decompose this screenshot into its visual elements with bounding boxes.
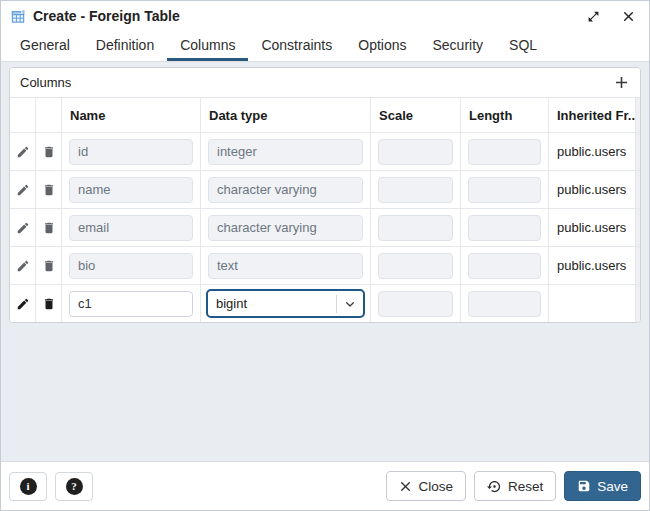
- trash-icon: [42, 221, 56, 235]
- edit-row-button[interactable]: [10, 171, 35, 208]
- expand-icon: [587, 10, 600, 23]
- header-cell-data-type: Data type: [201, 98, 371, 132]
- scrollbar-track: [636, 133, 641, 170]
- inherited-from-value: public.users: [549, 209, 636, 246]
- column-name-input: [69, 215, 193, 241]
- column-scale-input: [378, 253, 453, 279]
- scrollbar-track: [636, 98, 641, 132]
- panel-title: Columns: [20, 75, 71, 90]
- edit-row-button[interactable]: [10, 133, 35, 170]
- header-cell-delete: [36, 98, 62, 132]
- scrollbar-track: [636, 171, 641, 208]
- delete-row-button[interactable]: [36, 209, 61, 246]
- column-type-input: [208, 177, 363, 203]
- column-scale-input: [378, 291, 453, 317]
- save-button[interactable]: Save: [564, 471, 641, 501]
- column-length-input: [468, 139, 541, 165]
- column-type-input: [208, 253, 363, 279]
- column-length-input: [468, 291, 541, 317]
- column-scale-input: [378, 139, 453, 165]
- edit-row-button[interactable]: [10, 247, 35, 284]
- help-icon: ?: [66, 478, 83, 495]
- save-button-label: Save: [597, 479, 628, 494]
- tab-constraints[interactable]: Constraints: [248, 31, 345, 61]
- column-name-input: [69, 177, 193, 203]
- table-row: text public.users: [10, 246, 640, 284]
- column-name-input: [69, 253, 193, 279]
- column-name-input[interactable]: [69, 291, 193, 317]
- tab-sql[interactable]: SQL: [496, 31, 550, 61]
- table-row: character varying public.users: [10, 170, 640, 208]
- inherited-from-value: public.users: [549, 133, 636, 170]
- pencil-icon: [16, 145, 30, 159]
- tab-columns[interactable]: Columns: [167, 31, 248, 61]
- columns-grid-body: integer public.users: [10, 132, 640, 322]
- inherited-from-value: [549, 285, 636, 322]
- column-name-input: [69, 139, 193, 165]
- x-icon: [399, 480, 412, 493]
- column-type-value: bigint: [216, 296, 247, 311]
- reset-button-label: Reset: [508, 479, 543, 494]
- expand-button[interactable]: [584, 7, 602, 25]
- inherited-from-value: public.users: [549, 247, 636, 284]
- help-button[interactable]: ?: [55, 472, 93, 501]
- reset-icon: [487, 479, 502, 494]
- pencil-icon: [16, 297, 30, 311]
- info-icon: i: [20, 478, 37, 495]
- tab-general[interactable]: General: [7, 31, 83, 61]
- tab-content: Columns Name Data type Scale Length Inh: [1, 62, 649, 461]
- close-button-label: Close: [418, 479, 453, 494]
- delete-row-button[interactable]: [36, 171, 61, 208]
- chevron-down-icon: [342, 296, 358, 312]
- column-type-input: [208, 215, 363, 241]
- close-button[interactable]: [619, 7, 637, 25]
- info-button[interactable]: i: [9, 472, 47, 501]
- header-cell-inherited-from: Inherited Fr...: [549, 98, 636, 132]
- tab-definition[interactable]: Definition: [83, 31, 167, 61]
- select-divider: [336, 295, 337, 313]
- table-row: bigint: [10, 284, 640, 322]
- save-icon: [577, 479, 591, 493]
- delete-row-button[interactable]: [36, 247, 61, 284]
- table-row: character varying public.users: [10, 208, 640, 246]
- foreign-table-icon: [11, 9, 26, 24]
- add-column-button[interactable]: [608, 71, 634, 95]
- dialog-title: Create - Foreign Table: [33, 8, 180, 24]
- header-cell-length: Length: [461, 98, 549, 132]
- column-type-select[interactable]: bigint: [206, 289, 365, 318]
- plus-icon: [612, 73, 631, 92]
- pencil-icon: [16, 259, 30, 273]
- close-dialog-button[interactable]: Close: [386, 471, 466, 501]
- column-length-input: [468, 215, 541, 241]
- close-icon: [622, 10, 635, 23]
- scrollbar-track: [636, 247, 641, 284]
- trash-icon: [42, 183, 56, 197]
- scrollbar-track: [636, 285, 641, 322]
- grid-header-row: Name Data type Scale Length Inherited Fr…: [10, 98, 640, 132]
- edit-row-button[interactable]: [10, 209, 35, 246]
- trash-icon: [42, 297, 56, 311]
- table-row: integer public.users: [10, 132, 640, 170]
- footer-bar: i ? Close Reset: [1, 461, 649, 510]
- column-length-input: [468, 177, 541, 203]
- columns-panel-header: Columns: [10, 68, 640, 98]
- header-cell-scale: Scale: [371, 98, 461, 132]
- edit-row-button[interactable]: [10, 285, 35, 322]
- header-cell-name: Name: [62, 98, 201, 132]
- column-scale-input: [378, 215, 453, 241]
- delete-row-button[interactable]: [36, 285, 61, 322]
- reset-button[interactable]: Reset: [474, 471, 556, 501]
- create-foreign-table-dialog: Create - Foreign Table General Definitio…: [0, 0, 650, 511]
- header-cell-edit: [10, 98, 36, 132]
- title-bar: Create - Foreign Table: [1, 1, 649, 31]
- tab-options[interactable]: Options: [345, 31, 419, 61]
- pencil-icon: [16, 221, 30, 235]
- column-length-input: [468, 253, 541, 279]
- column-type-input: [208, 139, 363, 165]
- columns-panel: Columns Name Data type Scale Length Inh: [9, 67, 641, 323]
- trash-icon: [42, 145, 56, 159]
- column-scale-input: [378, 177, 453, 203]
- tab-security[interactable]: Security: [420, 31, 497, 61]
- delete-row-button[interactable]: [36, 133, 61, 170]
- trash-icon: [42, 259, 56, 273]
